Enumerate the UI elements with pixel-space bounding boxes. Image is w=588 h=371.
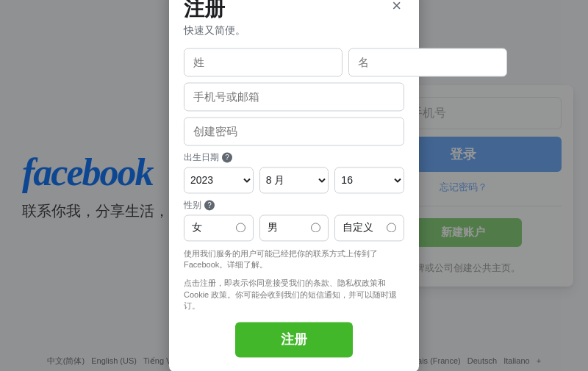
dob-row: 2023 2022 2021 2020 2019 2018 2000 1990 … [184,167,404,193]
gender-custom-option[interactable]: 自定义 [334,215,404,241]
registration-modal: 注册 × 快速又简便。 出生日期 ? 2023 2022 2021 2020 2… [169,0,419,371]
gender-male-option[interactable]: 男 [259,215,329,241]
close-button[interactable]: × [389,0,404,14]
modal-header: 注册 × [184,0,404,23]
gender-row: 女 男 自定义 [184,215,404,241]
dob-info-icon[interactable]: ? [222,152,232,162]
submit-button[interactable]: 注册 [235,323,353,358]
day-select[interactable]: 1234 5678 9101112 131415 16 17181920 212… [334,167,404,193]
gender-info-icon[interactable]: ? [204,200,215,210]
first-name-input[interactable] [348,48,507,76]
gender-male-radio[interactable] [311,223,320,232]
last-name-input[interactable] [184,48,343,76]
gender-custom-radio[interactable] [387,223,396,232]
dob-label: 出生日期 ? [184,151,404,164]
month-select[interactable]: 1 月 2 月 3 月 4 月 5 月 6 月 7 月 8 月 9 月 10 月… [259,167,329,193]
terms-text: 点击注册，即表示你同意接受我们的条款、隐私权政策和 Cookie 政策。你可能会… [184,278,404,312]
phone-email-input[interactable] [184,82,404,111]
disclaimer-text: 使用我们服务的用户可能已经把你的联系方式上传到了 Facebook。详细了解。 [184,248,404,271]
modal-subtitle: 快速又简便。 [184,24,404,37]
gender-female-radio[interactable] [236,223,245,232]
gender-label: 性别 ? [184,199,404,212]
password-input[interactable] [184,117,404,145]
year-select[interactable]: 2023 2022 2021 2020 2019 2018 2000 1990 [184,167,254,193]
gender-female-option[interactable]: 女 [184,215,254,241]
name-row [184,48,404,76]
modal-title: 注册 [184,0,225,23]
